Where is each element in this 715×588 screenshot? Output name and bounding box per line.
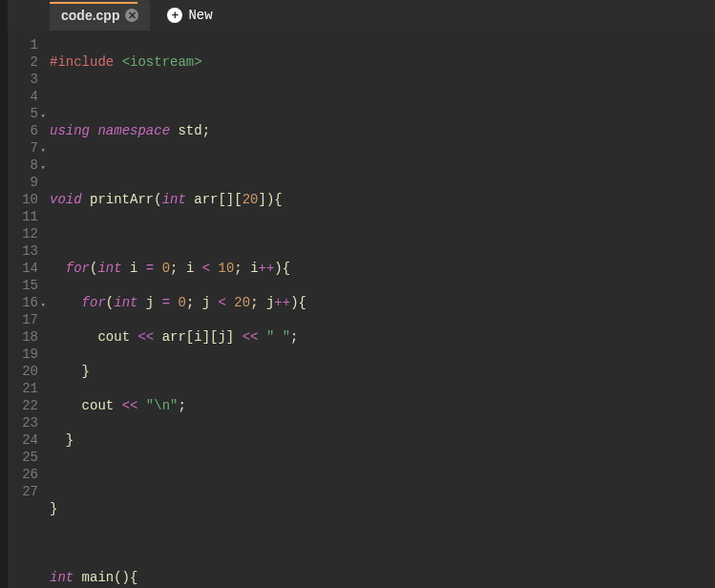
- line-number: 8▾: [11, 157, 38, 174]
- line-number: 14: [11, 260, 38, 277]
- line-number: 16▾: [11, 294, 38, 311]
- line-number: 27: [11, 483, 38, 500]
- editor-window: code.cpp ✕ + New 12345▾67▾8▾910111213141…: [0, 0, 715, 588]
- line-number: 1: [11, 36, 38, 53]
- line-number: 13: [11, 242, 38, 260]
- line-number: 4: [11, 88, 38, 105]
- line-number: 25: [11, 449, 38, 466]
- line-number: 26: [11, 466, 38, 483]
- line-number: 22: [11, 397, 38, 414]
- line-number: 20: [11, 363, 38, 380]
- line-number: 12: [11, 225, 38, 242]
- line-number: 15: [11, 277, 38, 294]
- line-number: 11: [11, 208, 38, 225]
- line-number: 10: [11, 191, 38, 208]
- line-number: 23: [11, 414, 38, 431]
- code-editor[interactable]: 12345▾67▾8▾910111213141516▾1718192021222…: [8, 31, 715, 588]
- line-number: 3: [11, 71, 38, 88]
- close-icon[interactable]: ✕: [125, 9, 138, 22]
- line-number: 9: [11, 174, 38, 191]
- tab-code-cpp[interactable]: code.cpp ✕: [50, 0, 150, 31]
- line-number: 17: [11, 311, 38, 328]
- tab-label: code.cpp: [61, 8, 119, 23]
- tab-bar: code.cpp ✕ + New: [8, 0, 715, 31]
- code-area[interactable]: #include <iostream> using namespace std;…: [46, 31, 715, 588]
- plus-icon: +: [167, 8, 182, 23]
- line-number: 18: [11, 328, 38, 346]
- line-number: 21: [11, 380, 38, 397]
- line-number: 24: [11, 431, 38, 449]
- token-header: <iostream>: [122, 54, 202, 70]
- new-tab-button[interactable]: + New: [158, 2, 221, 29]
- line-number: 19: [11, 346, 38, 363]
- line-number: 2: [11, 53, 38, 71]
- line-number: 7▾: [11, 139, 38, 157]
- token-preproc: #include: [50, 54, 122, 70]
- new-tab-label: New: [188, 8, 212, 23]
- line-number: 5▾: [11, 105, 38, 122]
- active-tab-accent: [50, 2, 137, 4]
- line-number: 6: [11, 122, 38, 139]
- line-gutter: 12345▾67▾8▾910111213141516▾1718192021222…: [8, 31, 46, 588]
